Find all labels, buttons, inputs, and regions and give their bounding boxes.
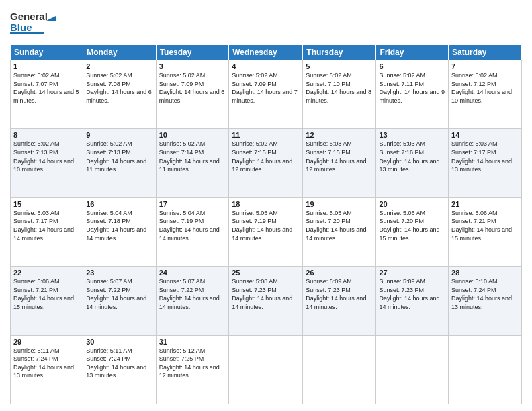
day-info: Sunrise: 5:03 AMSunset: 7:17 PMDaylight:… (451, 140, 519, 173)
logo-area: General Blue (10, 7, 58, 39)
day-info: Sunrise: 5:02 AMSunset: 7:10 PMDaylight:… (306, 71, 373, 105)
calendar-day-cell: 1Sunrise: 5:02 AMSunset: 7:07 PMDaylight… (11, 60, 83, 129)
calendar-day-cell: 27Sunrise: 5:09 AMSunset: 7:23 PMDayligh… (376, 267, 449, 335)
day-number: 29 (13, 338, 80, 346)
day-info: Sunrise: 5:06 AMSunset: 7:21 PMDaylight:… (451, 209, 519, 242)
day-number: 14 (451, 131, 519, 139)
day-info: Sunrise: 5:03 AMSunset: 7:15 PMDaylight:… (306, 140, 373, 173)
day-info: Sunrise: 5:05 AMSunset: 7:20 PMDaylight:… (306, 209, 373, 242)
calendar-day-cell: 18Sunrise: 5:05 AMSunset: 7:19 PMDayligh… (229, 197, 303, 266)
day-number: 10 (159, 131, 226, 139)
calendar-day-cell: 10Sunrise: 5:02 AMSunset: 7:14 PMDayligh… (156, 129, 229, 197)
calendar-day-header: Saturday (449, 45, 522, 60)
calendar-day-cell (229, 335, 303, 404)
day-info: Sunrise: 5:02 AMSunset: 7:15 PMDaylight:… (232, 140, 300, 173)
day-info: Sunrise: 5:02 AMSunset: 7:12 PMDaylight:… (451, 71, 519, 105)
day-number: 4 (232, 62, 300, 71)
day-number: 9 (86, 131, 152, 139)
calendar-header-row: SundayMondayTuesdayWednesdayThursdayFrid… (11, 45, 522, 60)
day-info: Sunrise: 5:02 AMSunset: 7:13 PMDaylight:… (13, 140, 80, 173)
page: General Blue SundayMondayTuesdayWednesda… (0, 0, 532, 411)
day-number: 2 (86, 62, 152, 71)
day-number: 24 (159, 269, 226, 277)
calendar-day-cell: 6Sunrise: 5:02 AMSunset: 7:11 PMDaylight… (376, 60, 449, 129)
day-info: Sunrise: 5:03 AMSunset: 7:16 PMDaylight:… (379, 140, 445, 173)
calendar-week-row: 29Sunrise: 5:11 AMSunset: 7:24 PMDayligh… (11, 335, 522, 404)
day-info: Sunrise: 5:11 AMSunset: 7:24 PMDaylight:… (86, 347, 152, 380)
day-number: 1 (13, 62, 80, 71)
calendar-day-cell: 19Sunrise: 5:05 AMSunset: 7:20 PMDayligh… (303, 197, 376, 266)
calendar-day-cell: 2Sunrise: 5:02 AMSunset: 7:08 PMDaylight… (83, 60, 156, 129)
day-number: 30 (86, 338, 152, 346)
day-info: Sunrise: 5:10 AMSunset: 7:24 PMDaylight:… (451, 277, 519, 311)
day-info: Sunrise: 5:02 AMSunset: 7:11 PMDaylight:… (379, 71, 445, 105)
day-number: 12 (306, 131, 373, 139)
calendar-day-cell: 30Sunrise: 5:11 AMSunset: 7:24 PMDayligh… (83, 335, 156, 404)
calendar-day-header: Friday (376, 45, 449, 60)
day-number: 6 (379, 62, 445, 71)
calendar-day-cell: 8Sunrise: 5:02 AMSunset: 7:13 PMDaylight… (11, 129, 83, 197)
calendar-day-cell: 25Sunrise: 5:08 AMSunset: 7:23 PMDayligh… (229, 267, 303, 335)
day-number: 31 (159, 338, 226, 346)
calendar-day-cell: 14Sunrise: 5:03 AMSunset: 7:17 PMDayligh… (449, 129, 522, 197)
day-info: Sunrise: 5:02 AMSunset: 7:13 PMDaylight:… (86, 140, 152, 173)
day-info: Sunrise: 5:07 AMSunset: 7:22 PMDaylight:… (159, 277, 226, 311)
calendar-day-cell: 29Sunrise: 5:11 AMSunset: 7:24 PMDayligh… (11, 335, 83, 404)
day-info: Sunrise: 5:04 AMSunset: 7:19 PMDaylight:… (159, 209, 226, 242)
day-info: Sunrise: 5:09 AMSunset: 7:23 PMDaylight:… (306, 277, 373, 311)
day-number: 18 (232, 200, 300, 208)
day-info: Sunrise: 5:02 AMSunset: 7:09 PMDaylight:… (232, 71, 300, 105)
day-info: Sunrise: 5:03 AMSunset: 7:17 PMDaylight:… (13, 209, 80, 242)
calendar-day-cell (449, 335, 522, 404)
day-info: Sunrise: 5:04 AMSunset: 7:18 PMDaylight:… (86, 209, 152, 242)
calendar-day-header: Tuesday (156, 45, 229, 60)
calendar-week-row: 22Sunrise: 5:06 AMSunset: 7:21 PMDayligh… (11, 267, 522, 335)
day-number: 23 (86, 269, 152, 277)
day-number: 26 (306, 269, 373, 277)
day-number: 28 (451, 269, 519, 277)
day-number: 11 (232, 131, 300, 139)
day-number: 19 (306, 200, 373, 208)
day-info: Sunrise: 5:05 AMSunset: 7:19 PMDaylight:… (232, 209, 300, 242)
calendar-day-cell: 11Sunrise: 5:02 AMSunset: 7:15 PMDayligh… (229, 129, 303, 197)
day-number: 5 (306, 62, 373, 71)
svg-text:General: General (10, 11, 48, 22)
calendar-day-cell: 16Sunrise: 5:04 AMSunset: 7:18 PMDayligh… (83, 197, 156, 266)
calendar-day-cell: 5Sunrise: 5:02 AMSunset: 7:10 PMDaylight… (303, 60, 376, 129)
calendar-day-header: Monday (83, 45, 156, 60)
calendar-day-cell: 4Sunrise: 5:02 AMSunset: 7:09 PMDaylight… (229, 60, 303, 129)
day-info: Sunrise: 5:08 AMSunset: 7:23 PMDaylight:… (232, 277, 300, 311)
day-number: 8 (13, 131, 80, 139)
calendar-day-header: Thursday (303, 45, 376, 60)
day-info: Sunrise: 5:11 AMSunset: 7:24 PMDaylight:… (13, 347, 80, 380)
day-number: 20 (379, 200, 445, 208)
calendar-day-cell (303, 335, 376, 404)
calendar-week-row: 1Sunrise: 5:02 AMSunset: 7:07 PMDaylight… (11, 60, 522, 129)
calendar-day-cell: 3Sunrise: 5:02 AMSunset: 7:09 PMDaylight… (156, 60, 229, 129)
calendar-day-cell: 12Sunrise: 5:03 AMSunset: 7:15 PMDayligh… (303, 129, 376, 197)
day-info: Sunrise: 5:09 AMSunset: 7:23 PMDaylight:… (379, 277, 445, 311)
calendar-day-cell: 31Sunrise: 5:12 AMSunset: 7:25 PMDayligh… (156, 335, 229, 404)
calendar-day-cell: 21Sunrise: 5:06 AMSunset: 7:21 PMDayligh… (449, 197, 522, 266)
day-info: Sunrise: 5:02 AMSunset: 7:09 PMDaylight:… (159, 71, 226, 105)
calendar-day-cell: 22Sunrise: 5:06 AMSunset: 7:21 PMDayligh… (11, 267, 83, 335)
calendar-day-cell: 24Sunrise: 5:07 AMSunset: 7:22 PMDayligh… (156, 267, 229, 335)
day-info: Sunrise: 5:02 AMSunset: 7:14 PMDaylight:… (159, 140, 226, 173)
day-number: 27 (379, 269, 445, 277)
calendar-day-header: Sunday (11, 45, 83, 60)
calendar-day-cell: 23Sunrise: 5:07 AMSunset: 7:22 PMDayligh… (83, 267, 156, 335)
calendar-day-cell (376, 335, 449, 404)
calendar-week-row: 15Sunrise: 5:03 AMSunset: 7:17 PMDayligh… (11, 197, 522, 266)
day-info: Sunrise: 5:07 AMSunset: 7:22 PMDaylight:… (86, 277, 152, 311)
calendar-day-cell: 13Sunrise: 5:03 AMSunset: 7:16 PMDayligh… (376, 129, 449, 197)
calendar-week-row: 8Sunrise: 5:02 AMSunset: 7:13 PMDaylight… (11, 129, 522, 197)
calendar-day-header: Wednesday (229, 45, 303, 60)
day-info: Sunrise: 5:12 AMSunset: 7:25 PMDaylight:… (159, 347, 226, 380)
day-number: 16 (86, 200, 152, 208)
day-number: 25 (232, 269, 300, 277)
day-info: Sunrise: 5:05 AMSunset: 7:20 PMDaylight:… (379, 209, 445, 242)
calendar-day-cell: 17Sunrise: 5:04 AMSunset: 7:19 PMDayligh… (156, 197, 229, 266)
calendar-table: SundayMondayTuesdayWednesdayThursdayFrid… (10, 44, 522, 404)
day-number: 21 (451, 200, 519, 208)
day-info: Sunrise: 5:02 AMSunset: 7:07 PMDaylight:… (13, 71, 80, 105)
